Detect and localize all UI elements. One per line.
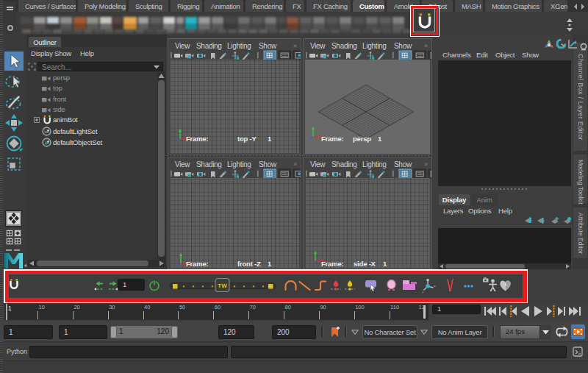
svg-text:TW: TW xyxy=(218,283,227,289)
